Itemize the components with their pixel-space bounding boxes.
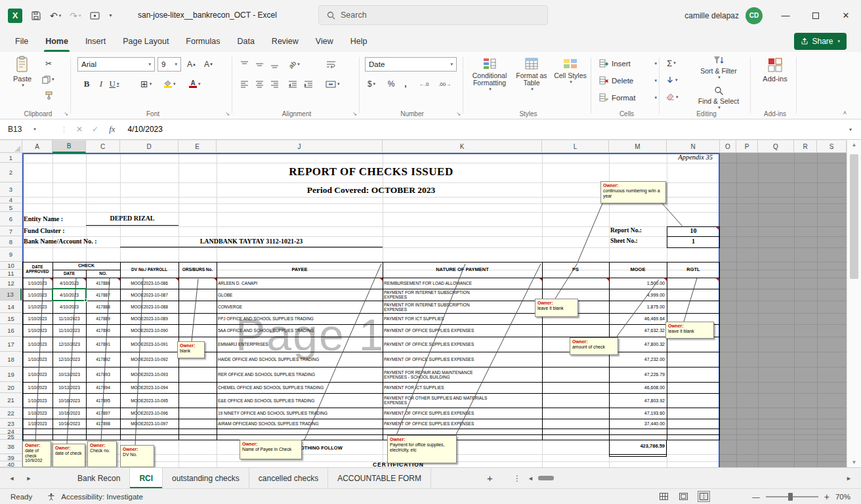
cell-dv_no-row20[interactable]: MOOE2023-10-094: [120, 382, 178, 393]
cancel-entry-button[interactable]: ✕: [76, 125, 83, 134]
cell-nature-row19[interactable]: PAYMENT FOR REPAIR AND MAINTENANCE EXPEN…: [383, 367, 542, 382]
cell-payee-row22[interactable]: 19 NINETY OFFICE AND SCHOOL SUPPLIES TRA…: [217, 408, 383, 419]
cell-nature-row23[interactable]: PAYMENT OF OFFICE SUPPLIES EXPENSES: [383, 419, 542, 429]
cell-check_date-row21[interactable]: 10/16/2023: [52, 393, 86, 408]
row-header-7[interactable]: 7: [0, 226, 22, 236]
middle-align-button[interactable]: [253, 57, 266, 72]
cell-dv_no-row12[interactable]: MOOE2023-10-086: [120, 278, 178, 289]
entity-name-value[interactable]: DEPED RIZAL: [86, 215, 178, 222]
decrease-font-size-button[interactable]: A▼: [202, 57, 215, 72]
cell-mooe-row13[interactable]: 4,999.00: [609, 289, 667, 301]
row-header-15[interactable]: 15: [0, 313, 22, 324]
comment-amount-of-check[interactable]: Owner:amount of check: [570, 337, 618, 355]
row-header-21[interactable]: 21: [0, 393, 22, 408]
scroll-left-arrow[interactable]: ◄: [528, 475, 534, 482]
cell-nature-row14[interactable]: PAYMENT FOR INTERNET SUBSCRIPTION EXPENS…: [383, 301, 542, 313]
cell-payee-row18[interactable]: HAIDE OFFICE AND SCHOOL SUPPLIES TRADING: [217, 352, 383, 367]
vertical-scrollbar[interactable]: ▲ ▼: [847, 140, 861, 467]
excel-logo-icon[interactable]: X: [8, 9, 22, 23]
header-check-no[interactable]: NO.: [86, 270, 120, 278]
header-ors[interactable]: ORS/BURS No.: [178, 262, 217, 278]
select-all-corner[interactable]: [0, 140, 22, 153]
tab-page-layout[interactable]: Page Layout: [114, 31, 177, 52]
tab-view[interactable]: View: [307, 31, 342, 52]
font-name-combo[interactable]: Arial▾: [77, 57, 155, 72]
sheet-tab-cancelled-checks[interactable]: cancelled checks: [249, 468, 328, 488]
row-header-22[interactable]: 22: [0, 408, 22, 419]
cell-dv_no-row17[interactable]: MOOE2023-10-091: [120, 337, 178, 352]
row-header-20[interactable]: 20: [0, 382, 22, 393]
undo-button[interactable]: ↶▾: [50, 10, 61, 21]
cell-mooe-row23[interactable]: 37,440.00: [609, 419, 667, 429]
row-header-18[interactable]: 18: [0, 352, 22, 367]
tab-home[interactable]: Home: [37, 31, 77, 52]
copy-button[interactable]: ▾: [41, 72, 56, 87]
cell-dv_no-row13[interactable]: MOOE2023-10-087: [120, 289, 178, 301]
cell-check_date-row20[interactable]: 10/13/2023: [52, 382, 86, 393]
decrease-decimal-button[interactable]: .00→: [437, 77, 452, 91]
row-header-3[interactable]: 3: [0, 182, 22, 197]
percent-style-button[interactable]: %: [385, 77, 398, 91]
tab-review[interactable]: Review: [263, 31, 307, 52]
addins-button[interactable]: Add-ins: [757, 57, 793, 83]
cell-dv_no-row18[interactable]: MOOE2023-10-092: [120, 352, 178, 367]
number-dialog-launcher[interactable]: ↘: [456, 111, 461, 117]
autosum-button[interactable]: Σ▾: [665, 56, 678, 70]
font-size-combo[interactable]: 9▾: [158, 57, 181, 72]
cell-check_date-row12[interactable]: 4/10/2023: [52, 278, 86, 289]
column-header-K[interactable]: K: [383, 140, 542, 153]
comment-nature[interactable]: Owner:Payment for office supplies, elect…: [387, 435, 457, 463]
scroll-up-arrow[interactable]: ▲: [847, 142, 861, 148]
column-header-R[interactable]: R: [794, 140, 817, 153]
alignment-dialog-launcher[interactable]: ↘: [352, 111, 357, 117]
sort-filter-button[interactable]: Sort & Filter▾: [691, 55, 746, 80]
comment-rgtl-leave-blank[interactable]: Owner:leave it blank: [665, 322, 714, 339]
cell-mooe-row12[interactable]: 1,500.00: [609, 278, 667, 289]
header-rgtl[interactable]: RGTL: [667, 262, 720, 278]
wrap-text-button[interactable]: [324, 57, 337, 72]
header-check-date[interactable]: DATE: [52, 270, 86, 278]
conditional-formatting-button[interactable]: Conditional Formatting▾: [468, 57, 511, 92]
cell-payee-row20[interactable]: CHEMEL OFFICE AND SCHOOL SUPPLIES TRADIN…: [217, 382, 383, 393]
save-button[interactable]: [31, 10, 41, 21]
cell-mooe-row15[interactable]: 46,469.64: [609, 313, 667, 324]
row-header-38[interactable]: 38: [0, 440, 22, 454]
cell-payee-row16[interactable]: 5AA OFFICE AND SCHOOL SUPPLIES TRADING: [217, 324, 383, 337]
cell-dv_no-row16[interactable]: MOOE2023-10-090: [120, 324, 178, 337]
cell-payee-row17[interactable]: EMMARIJ ENTERPRISES: [217, 337, 383, 352]
close-button[interactable]: ✕: [831, 0, 861, 31]
scroll-right-arrow[interactable]: ►: [846, 475, 852, 482]
header-dv-no[interactable]: DV No./ PAYROLL: [120, 262, 178, 278]
expand-formula-bar-button[interactable]: ▾: [849, 127, 852, 133]
cell-check_date-row23[interactable]: 10/16/2023: [52, 419, 86, 429]
cell-check_no-row15[interactable]: 417889: [86, 313, 120, 324]
account-area[interactable]: camille delapaz CD: [684, 0, 763, 31]
insert-cells-button[interactable]: Insert▾: [599, 56, 657, 71]
cell-payee-row23[interactable]: AIRAM OFFICEAND SCHOOL SUPPLIES TRADING: [217, 419, 383, 429]
comment-continuous-numbering[interactable]: Owner:continuous numbering w/in a year: [600, 181, 666, 203]
sheet-tab-rci[interactable]: RCI: [130, 468, 163, 488]
column-header-J[interactable]: J: [217, 140, 383, 153]
total-mooe-value[interactable]: 423,786.59: [609, 443, 665, 449]
row-header-8[interactable]: 8: [0, 236, 22, 247]
cell-mooe-row22[interactable]: 47,193.60: [609, 408, 667, 419]
header-mooe[interactable]: MOOE: [609, 262, 667, 278]
minimize-button[interactable]: —: [770, 0, 801, 31]
cell-date_approved-row12[interactable]: 1/10/2023: [22, 278, 52, 289]
cell-check_no-row17[interactable]: 417891: [86, 337, 120, 352]
fill-color-button[interactable]: ▾: [163, 77, 177, 91]
confirm-entry-button[interactable]: ✓: [92, 125, 98, 134]
column-header-L[interactable]: L: [542, 140, 609, 153]
cell-check_no-row12[interactable]: 417886: [86, 278, 120, 289]
cell-check_no-row13[interactable]: 417887: [86, 289, 120, 301]
column-header-A[interactable]: A: [22, 140, 52, 153]
header-nature[interactable]: NATURE OF PAYMENT: [383, 262, 542, 278]
clear-button[interactable]: ▾: [665, 90, 680, 104]
cell-check_date-row16[interactable]: 11/10/2023: [52, 324, 86, 337]
format-painter-button[interactable]: [42, 88, 55, 102]
cell-date_approved-row17[interactable]: 1/10/2023: [22, 337, 52, 352]
cell-check_no-row20[interactable]: 417894: [86, 382, 120, 393]
row-header-14[interactable]: 14: [0, 301, 22, 313]
row-header-1[interactable]: 1: [0, 153, 22, 163]
row-header-4[interactable]: 4: [0, 197, 22, 203]
